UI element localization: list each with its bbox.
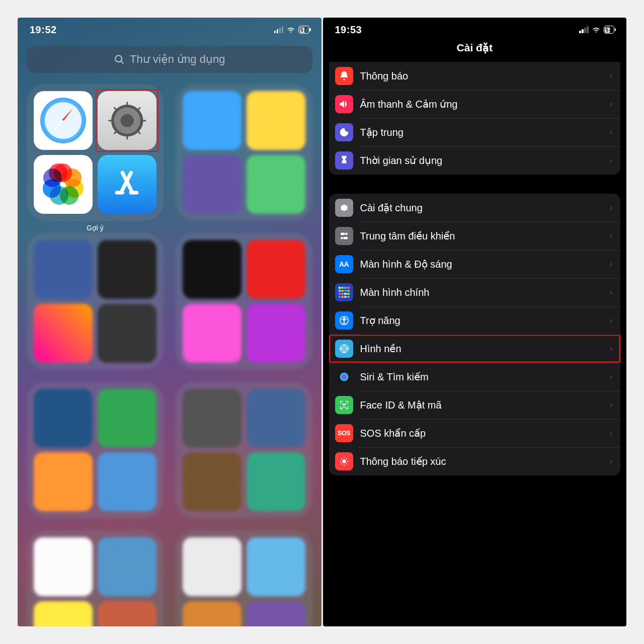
row-label: Thông báo: [360, 70, 610, 82]
row-screentime[interactable]: Thời gian sử dụng ›: [329, 146, 621, 175]
row-general[interactable]: Cài đặt chung ›: [329, 194, 621, 222]
chevron-right-icon: ›: [610, 344, 612, 353]
svg-point-32: [340, 461, 341, 462]
cellular-signal-icon: [274, 26, 284, 33]
settings-title: Cài đặt: [323, 39, 627, 62]
chevron-right-icon: ›: [610, 260, 612, 269]
svg-point-26: [340, 373, 348, 381]
row-accessibility[interactable]: Trợ năng ›: [329, 306, 621, 335]
row-label: Hình nền: [360, 343, 610, 355]
blurred-folder[interactable]: [27, 382, 164, 519]
blurred-folder[interactable]: [176, 382, 312, 519]
chevron-right-icon: ›: [610, 100, 612, 109]
row-label: Siri & Tìm kiếm: [360, 371, 610, 383]
blurred-folder[interactable]: [27, 233, 164, 370]
svg-point-31: [343, 464, 345, 466]
siri-icon: [335, 368, 353, 386]
blurred-folder[interactable]: [176, 84, 312, 221]
safari-app-icon[interactable]: [34, 91, 93, 150]
row-label: Trợ năng: [360, 314, 610, 327]
wifi-icon: [592, 26, 601, 34]
settings-app-icon[interactable]: [98, 91, 156, 150]
row-label: Màn hình & Độ sáng: [360, 258, 610, 270]
wifi-icon: [286, 26, 295, 34]
svg-point-36: [341, 463, 342, 465]
row-display[interactable]: AA Màn hình & Độ sáng ›: [329, 250, 621, 278]
row-home-screen[interactable]: Màn hình chính ›: [329, 278, 621, 306]
wallpaper-icon: [335, 340, 353, 358]
blurred-folder[interactable]: [176, 233, 312, 370]
row-siri[interactable]: Siri & Tìm kiếm ›: [329, 363, 621, 391]
chevron-right-icon: ›: [610, 457, 612, 466]
status-indicators: 57: [274, 26, 309, 34]
battery-indicator: 57: [298, 26, 309, 34]
settings-group-1: Thông báo › Âm thanh & Cảm ứng › Tập tru…: [329, 62, 621, 175]
svg-rect-13: [340, 233, 345, 235]
row-label: Âm thanh & Cảm ứng: [360, 98, 610, 110]
settings-group-2: Cài đặt chung › Trung tâm điều khiển › A…: [329, 194, 621, 475]
sos-icon: SOS: [335, 424, 353, 442]
chevron-right-icon: ›: [610, 156, 612, 165]
chevron-right-icon: ›: [610, 231, 612, 240]
row-notifications[interactable]: Thông báo ›: [329, 62, 621, 90]
focus-icon: [335, 123, 353, 141]
chevron-right-icon: ›: [610, 71, 612, 80]
row-wallpaper[interactable]: Hình nền ›: [329, 335, 621, 363]
search-icon: [114, 54, 125, 65]
exposure-icon: [335, 452, 353, 470]
row-sounds[interactable]: Âm thanh & Cảm ứng ›: [329, 90, 621, 118]
chevron-right-icon: ›: [610, 128, 612, 137]
svg-rect-15: [343, 237, 348, 239]
status-indicators: 57: [579, 26, 614, 34]
chevron-right-icon: ›: [610, 429, 612, 438]
display-icon: AA: [335, 255, 353, 273]
settings-list[interactable]: Thông báo › Âm thanh & Cảm ứng › Tập tru…: [323, 62, 627, 626]
battery-indicator: 57: [604, 26, 614, 34]
app-library-search[interactable]: Thư viện ứng dụng: [27, 46, 312, 73]
suggestions-folder[interactable]: Gợi ý: [27, 84, 164, 221]
row-focus[interactable]: Tập trung ›: [329, 118, 621, 146]
status-time: 19:52: [30, 24, 57, 36]
sounds-icon: [335, 95, 353, 113]
folder-grid: Gợi ý: [18, 84, 321, 626]
screentime-icon: [335, 151, 353, 170]
settings-highlight: [96, 89, 158, 152]
svg-point-22: [344, 345, 345, 346]
chevron-right-icon: ›: [610, 400, 612, 410]
svg-point-19: [343, 347, 346, 350]
row-sos[interactable]: SOS SOS khẩn cấp ›: [329, 419, 621, 447]
row-exposure[interactable]: Thông báo tiếp xúc ›: [329, 447, 621, 475]
svg-point-20: [341, 346, 347, 352]
appstore-app-icon[interactable]: [98, 155, 156, 214]
svg-point-14: [345, 233, 348, 235]
svg-point-23: [344, 352, 345, 353]
row-control-center[interactable]: Trung tâm điều khiển ›: [329, 222, 621, 250]
row-face-id[interactable]: Face ID & Mật mã ›: [329, 391, 621, 419]
row-label: Thời gian sử dụng: [360, 154, 610, 167]
svg-point-34: [341, 458, 342, 460]
blurred-folder[interactable]: [27, 530, 164, 626]
row-label: Tập trung: [360, 126, 610, 138]
status-bar-left: 19:52 57: [18, 18, 321, 39]
chevron-right-icon: ›: [610, 372, 612, 381]
svg-point-0: [115, 55, 122, 62]
svg-point-16: [341, 237, 343, 239]
chevron-right-icon: ›: [610, 203, 612, 212]
folder-label: Gợi ý: [27, 224, 164, 232]
blurred-folder[interactable]: [176, 530, 312, 626]
face-id-icon: [335, 396, 353, 414]
search-placeholder: Thư viện ứng dụng: [130, 53, 225, 66]
svg-point-27: [342, 404, 343, 404]
control-center-icon: [335, 227, 353, 245]
cellular-signal-icon: [579, 26, 589, 33]
photos-app-icon[interactable]: [34, 155, 93, 214]
chevron-right-icon: ›: [610, 316, 612, 325]
svg-point-25: [347, 348, 348, 349]
general-icon: [335, 199, 353, 217]
status-bar-right: 19:53 57: [323, 18, 627, 39]
status-time: 19:53: [335, 24, 362, 36]
row-label: Face ID & Mật mã: [360, 399, 610, 411]
svg-line-1: [121, 61, 124, 64]
row-label: SOS khẩn cấp: [360, 427, 610, 439]
row-label: Thông báo tiếp xúc: [360, 455, 610, 467]
